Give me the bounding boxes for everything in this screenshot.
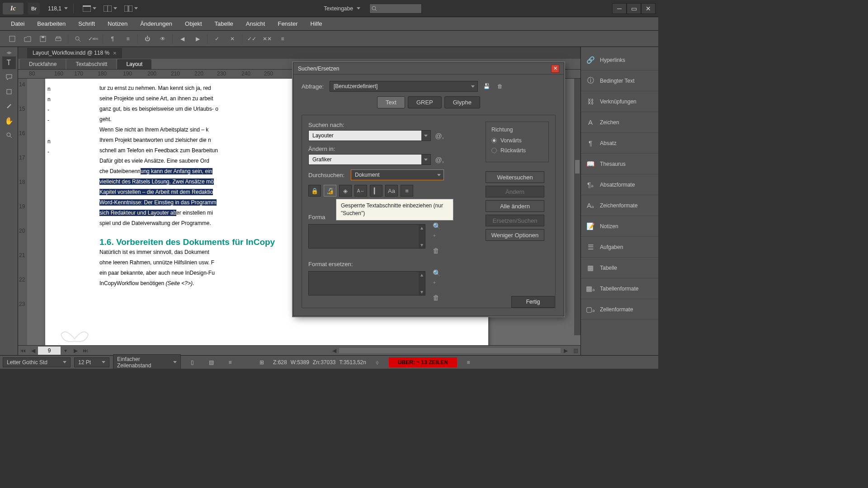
delete-query-icon[interactable]: 🗑 [495,81,505,91]
menu-lines-icon[interactable]: ≡ [276,33,289,45]
open-icon[interactable] [21,33,34,45]
help-search-input[interactable] [369,4,422,14]
panel-assignments[interactable]: ☰Aufgaben [581,237,658,258]
bridge-logo[interactable]: Br [28,3,40,14]
panel-links[interactable]: ⛓Verknüpfungen [581,91,658,112]
type-tool[interactable]: T [2,56,16,69]
accept-all-icon[interactable]: ✓✓ [245,33,259,45]
tab-grep[interactable]: GREP [408,96,442,108]
chevron-down-icon[interactable] [113,7,117,9]
scroll-left-button[interactable]: ◀ [329,346,339,355]
whole-word-icon[interactable]: ≡ [401,185,413,197]
hand-tool[interactable]: ✋ [2,114,16,127]
reject-icon[interactable]: ✕ [226,33,239,45]
find-format-clear-button[interactable]: 🗑 [433,247,444,254]
chevron-down-icon[interactable] [93,7,96,9]
reject-all-icon[interactable]: ✕✕ [260,33,274,45]
size-dropdown[interactable]: 12 Pt [74,357,109,367]
panel-notes[interactable]: 📝Notizen [581,216,658,237]
replace-format-box[interactable]: ▴▾ [308,271,425,296]
menu-hilfe[interactable]: Hilfe [304,19,329,29]
close-icon[interactable]: × [113,50,117,56]
master-pages-icon[interactable]: A↔ [354,185,367,197]
page-dropdown[interactable]: ▾ [61,346,71,355]
change-button[interactable]: Ändern [486,186,544,197]
prev-icon[interactable]: ◀ [175,33,189,45]
save-query-icon[interactable]: 💾 [481,81,491,91]
find-format-add-button[interactable]: 🔍₊ [433,222,444,239]
document-tab[interactable]: Layout_Workflow.indd @ 118 % × [27,48,122,58]
dialog-titlebar[interactable]: Suchen/Ersetzen ✕ [293,63,564,75]
tab-layout[interactable]: Layout [117,59,151,69]
zoom-tool[interactable] [2,129,16,141]
locked-layers-icon[interactable]: 🔒 [308,185,321,197]
accept-icon[interactable]: ✓ [210,33,224,45]
power-icon[interactable]: ⏻ [141,33,154,45]
scrollbar-vertical[interactable] [574,79,580,335]
menu-ansicht[interactable]: Ansicht [240,19,272,29]
align-icon[interactable]: ▤ [204,357,218,368]
spellcheck-icon[interactable]: ✓abc [86,33,100,45]
radio-backward[interactable]: Rückwärts [491,147,543,154]
query-dropdown[interactable]: [Benutzerdefiniert] [330,81,478,92]
replace-format-add-button[interactable]: 🔍₊ [433,269,444,286]
menu-tabelle[interactable]: Tabelle [208,19,240,29]
prev-page-button[interactable]: ◀ [28,346,38,355]
done-button[interactable]: Fertig [511,296,555,308]
page-number-input[interactable]: 9 [38,347,61,355]
new-icon[interactable] [5,33,19,45]
panel-hyperlinks[interactable]: 🔗Hyperlinks [581,50,658,70]
menu-schrift[interactable]: Schrift [72,19,101,29]
replace-format-clear-button[interactable]: 🗑 [433,294,444,301]
font-dropdown[interactable]: Letter Gothic Std [3,357,71,367]
screen-mode-icon[interactable] [102,3,113,14]
menu-icon[interactable]: ≡ [462,357,475,368]
last-page-button[interactable]: ⏭ [80,346,90,355]
change-input[interactable]: Grafiker [308,154,431,165]
footnotes-icon[interactable]: ▎ [370,185,382,197]
minimize-button[interactable]: ─ [612,3,627,14]
search-input[interactable]: Layouter [308,130,431,141]
hidden-layers-icon[interactable]: ◈ [339,185,352,197]
workspace-dropdown[interactable]: Texteingabe [324,5,360,12]
panel-table-styles[interactable]: ▦ₐTabellenformate [581,278,658,299]
save-icon[interactable] [36,33,50,45]
menu-lines-icon[interactable]: ≡ [121,33,135,45]
case-sensitive-icon[interactable]: Aa [385,185,398,197]
radio-forward[interactable]: Vorwärts [491,137,543,144]
tab-glyph[interactable]: Glyphe [444,96,480,108]
panel-character-styles[interactable]: AₐZeichenformate [581,195,658,216]
menu-notizen[interactable]: Notizen [101,19,134,29]
locked-stories-icon[interactable]: 🔏 [324,185,336,197]
scrollbar-horizontal[interactable] [339,348,561,353]
scope-dropdown[interactable]: Dokument [351,169,444,180]
stats-icon[interactable]: ⊞ [255,357,269,368]
find-icon[interactable] [71,33,85,45]
view-mode-icon[interactable] [81,3,93,14]
chevron-down-icon[interactable] [134,7,138,9]
dialog-close-button[interactable]: ✕ [551,65,559,73]
fewer-options-button[interactable]: Weniger Optionen [486,229,544,241]
eye-icon[interactable]: 👁 [156,33,170,45]
panel-cell-styles[interactable]: ▢ₐZellenformate [581,299,658,320]
first-page-button[interactable]: ⏮ [18,346,28,355]
panel-thesaurus[interactable]: 📖Thesaurus [581,154,658,174]
tab-textabschnitt[interactable]: Textabschnitt [66,59,116,69]
leading-dropdown[interactable]: Einfacher Zeilenabstand [113,354,181,369]
overset-icon[interactable]: ⎀ [371,357,384,368]
split-view-button[interactable]: ▥ [571,346,580,355]
find-next-button[interactable]: Weitersuchen [486,171,544,183]
next-page-button[interactable]: ▶ [71,346,80,355]
next-icon[interactable]: ▶ [191,33,204,45]
zoom-dropdown[interactable]: 118,1 [44,4,71,13]
panel-conditional-text[interactable]: ⓘBedingter Text [581,70,658,91]
tab-druckfahne[interactable]: Druckfahne [20,59,66,69]
arrange-icon[interactable] [123,3,134,14]
menu-datei[interactable]: Datei [5,19,31,29]
position-tool[interactable] [2,85,16,98]
change-all-button[interactable]: Alle ändern [486,200,544,212]
column-icon[interactable]: ▯ [185,357,199,368]
tab-text[interactable]: Text [377,96,405,108]
scroll-right-button[interactable]: ▶ [561,346,571,355]
menu-fenster[interactable]: Fenster [271,19,304,29]
